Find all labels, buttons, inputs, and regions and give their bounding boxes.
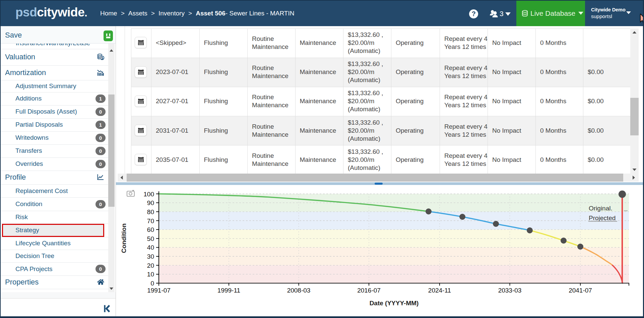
svg-text:30: 30 [147, 253, 154, 260]
svg-text:50: 50 [147, 235, 154, 242]
svg-text:80: 80 [147, 208, 154, 215]
svg-text:Date (YYYY-MM): Date (YYYY-MM) [370, 300, 419, 307]
svg-text:20: 20 [147, 262, 154, 269]
svg-text:2041-07: 2041-07 [569, 287, 592, 294]
svg-text:100: 100 [143, 191, 154, 198]
svg-text:90: 90 [147, 199, 154, 206]
svg-text:70: 70 [147, 217, 154, 225]
svg-text:2016-07: 2016-07 [357, 287, 381, 294]
svg-text:2033-03: 2033-03 [498, 287, 522, 294]
svg-text:40: 40 [147, 244, 154, 251]
svg-text:0: 0 [150, 280, 154, 287]
svg-text:Original.: Original. [589, 205, 613, 212]
svg-text:1991-07: 1991-07 [147, 287, 171, 294]
svg-text:60: 60 [147, 226, 154, 233]
svg-text:2008-03: 2008-03 [287, 287, 311, 294]
svg-text:Condition: Condition [120, 224, 127, 253]
svg-text:10: 10 [147, 271, 154, 278]
svg-text:Projected: Projected [589, 214, 616, 221]
svg-text:1999-11: 1999-11 [217, 287, 240, 294]
svg-text:2024-11: 2024-11 [428, 287, 451, 294]
svg-text:$: $ [101, 56, 103, 60]
